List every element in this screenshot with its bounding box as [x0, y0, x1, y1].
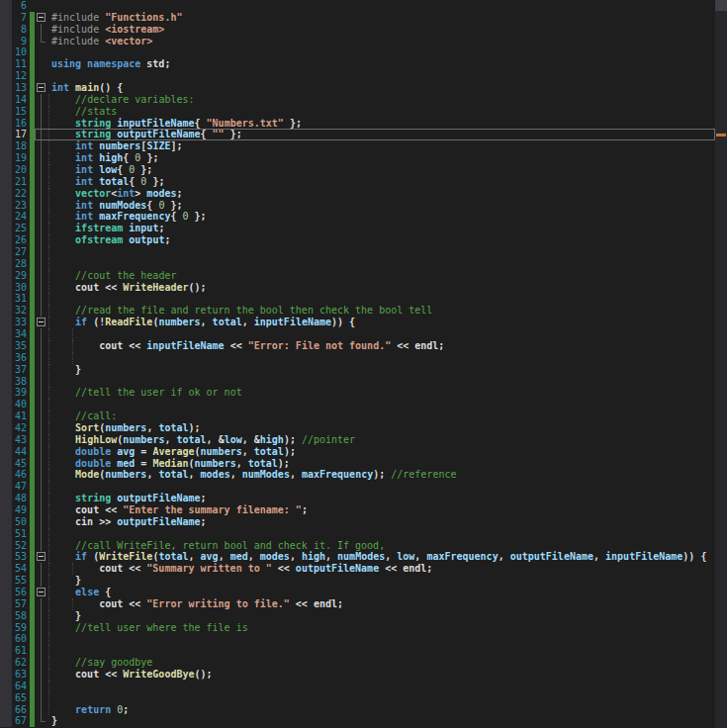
breakpoint-margin[interactable] [0, 376, 12, 388]
fold-collapse-icon[interactable] [37, 588, 45, 596]
line-number[interactable]: 44 [12, 446, 30, 458]
code-line[interactable]: 24 int maxFrequency{ 0 }; [0, 211, 727, 223]
line-number[interactable]: 63 [12, 669, 30, 681]
code-line[interactable]: 22 vector<int> modes; [0, 188, 727, 200]
breakpoint-margin[interactable] [0, 645, 12, 657]
breakpoint-margin[interactable] [0, 575, 12, 587]
breakpoint-margin[interactable] [0, 563, 12, 575]
code-line[interactable]: 62 //say goodbye [0, 657, 727, 669]
fold-collapse-icon[interactable] [37, 13, 45, 22]
code-line[interactable]: 55 } [0, 575, 727, 587]
line-number[interactable]: 54 [12, 563, 30, 575]
line-number[interactable]: 59 [12, 622, 30, 634]
breakpoint-margin[interactable] [0, 234, 12, 246]
line-number[interactable]: 17 [12, 129, 30, 140]
breakpoint-margin[interactable] [0, 504, 12, 516]
code-line[interactable]: 31 [0, 293, 727, 305]
code-line[interactable]: 7#include "Functions.h" [0, 12, 727, 24]
breakpoint-margin[interactable] [0, 422, 12, 434]
code-line[interactable]: 63 cout << WriteGoodBye(); [0, 669, 727, 681]
breakpoint-margin[interactable] [0, 551, 12, 563]
code-line[interactable]: 29 //cout the header [0, 270, 727, 282]
line-number[interactable]: 22 [12, 188, 30, 200]
breakpoint-margin[interactable] [0, 36, 12, 47]
breakpoint-margin[interactable] [0, 528, 12, 540]
line-number[interactable]: 43 [12, 434, 30, 446]
scrollbar-top-button[interactable] [715, 0, 727, 11]
code-line[interactable]: 13int main() { [0, 82, 727, 94]
line-number[interactable]: 14 [12, 94, 30, 106]
line-number[interactable]: 15 [12, 106, 30, 118]
code-line[interactable]: 51 [0, 528, 727, 540]
breakpoint-margin[interactable] [0, 540, 12, 552]
breakpoint-margin[interactable] [0, 692, 12, 704]
code-line[interactable]: 45 double med = Median(numbers, total); [0, 458, 727, 470]
breakpoint-margin[interactable] [0, 516, 12, 528]
code-line[interactable]: 35 cout << inputFileName << "Error: File… [0, 340, 727, 352]
breakpoint-margin[interactable] [0, 118, 12, 130]
breakpoint-margin[interactable] [0, 715, 12, 727]
line-number[interactable]: 52 [12, 540, 30, 552]
line-number[interactable]: 36 [12, 352, 30, 364]
code-line[interactable]: 41 //call: [0, 410, 727, 422]
line-number[interactable]: 40 [12, 399, 30, 410]
line-number[interactable]: 31 [12, 293, 30, 305]
breakpoint-margin[interactable] [0, 188, 12, 200]
code-line[interactable]: 65 [0, 692, 727, 704]
line-number[interactable]: 30 [12, 282, 30, 294]
breakpoint-margin[interactable] [0, 317, 12, 328]
breakpoint-margin[interactable] [0, 152, 12, 164]
code-line[interactable]: 47 [0, 481, 727, 493]
line-number[interactable]: 26 [12, 234, 30, 246]
breakpoint-margin[interactable] [0, 434, 12, 446]
line-number[interactable]: 11 [12, 58, 30, 70]
line-number[interactable]: 64 [12, 681, 30, 692]
line-number[interactable]: 65 [12, 692, 30, 704]
code-line[interactable]: 52 //call WriteFile, return bool and che… [0, 540, 727, 552]
code-line[interactable]: 64 [0, 681, 727, 692]
breakpoint-margin[interactable] [0, 633, 12, 645]
line-number[interactable]: 56 [12, 587, 30, 598]
line-number[interactable]: 24 [12, 211, 30, 223]
code-line[interactable]: 38 [0, 376, 727, 388]
breakpoint-margin[interactable] [0, 493, 12, 504]
code-line[interactable]: 15 //stats [0, 106, 727, 118]
line-number[interactable]: 66 [12, 704, 30, 716]
breakpoint-margin[interactable] [0, 387, 12, 399]
code-line[interactable]: 17 string outputFileName{ "" }; [0, 129, 727, 140]
line-number[interactable]: 23 [12, 200, 30, 212]
code-line[interactable]: 10 [0, 46, 727, 58]
line-number[interactable]: 25 [12, 223, 30, 234]
breakpoint-margin[interactable] [0, 211, 12, 223]
scrollbar[interactable] [715, 0, 727, 728]
breakpoint-margin[interactable] [0, 282, 12, 294]
code-line[interactable]: 6 [0, 0, 727, 12]
breakpoint-margin[interactable] [0, 446, 12, 458]
line-number[interactable]: 42 [12, 422, 30, 434]
line-number[interactable]: 20 [12, 164, 30, 176]
breakpoint-margin[interactable] [0, 94, 12, 106]
breakpoint-margin[interactable] [0, 200, 12, 212]
code-line[interactable]: 25 ifstream input; [0, 223, 727, 234]
code-line[interactable]: 58 } [0, 610, 727, 622]
code-line[interactable]: 43 HighLow(numbers, total, &low, &high);… [0, 434, 727, 446]
line-number[interactable]: 32 [12, 305, 30, 317]
code-line[interactable]: 57 cout << "Error writing to file." << e… [0, 598, 727, 610]
breakpoint-margin[interactable] [0, 681, 12, 692]
code-line[interactable]: 48 string outputFileName; [0, 493, 727, 504]
breakpoint-margin[interactable] [0, 58, 12, 70]
code-line[interactable]: 19 int high{ 0 }; [0, 152, 727, 164]
line-number[interactable]: 34 [12, 328, 30, 340]
breakpoint-margin[interactable] [0, 0, 12, 12]
code-line[interactable]: 44 double avg = Average(numbers, total); [0, 446, 727, 458]
breakpoint-margin[interactable] [0, 598, 12, 610]
breakpoint-margin[interactable] [0, 364, 12, 376]
code-line[interactable]: 11using namespace std; [0, 58, 727, 70]
breakpoint-margin[interactable] [0, 82, 12, 94]
breakpoint-margin[interactable] [0, 669, 12, 681]
breakpoint-margin[interactable] [0, 46, 12, 58]
line-number[interactable]: 19 [12, 152, 30, 164]
line-number[interactable]: 33 [12, 317, 30, 328]
line-number[interactable]: 10 [12, 46, 30, 58]
fold-collapse-icon[interactable] [37, 318, 45, 326]
